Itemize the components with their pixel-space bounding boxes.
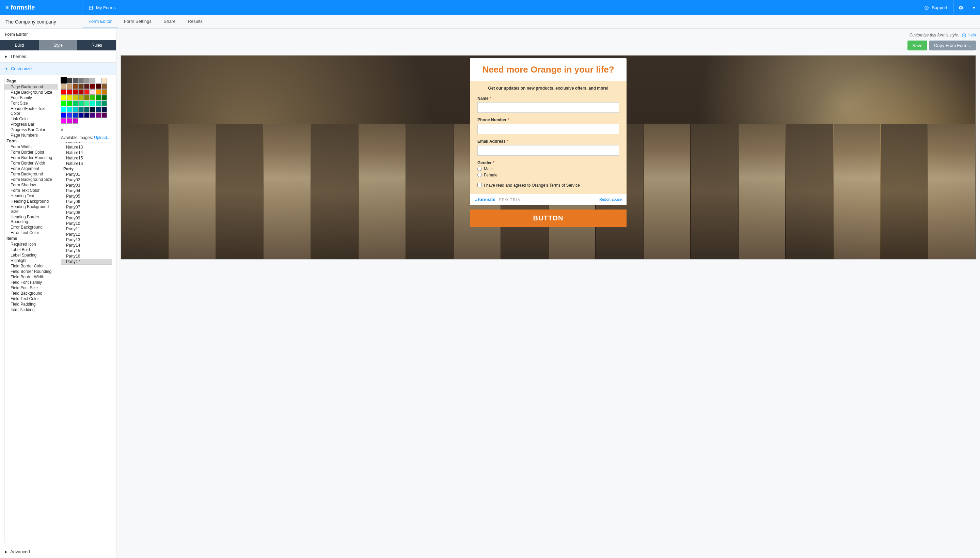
prop-item[interactable]: Highlight	[5, 258, 58, 263]
color-swatch[interactable]	[61, 107, 66, 112]
prop-item[interactable]: Heading Background	[5, 199, 58, 204]
prop-item[interactable]: Field Text Color	[5, 296, 58, 302]
tab-results[interactable]: Results	[182, 15, 209, 28]
color-swatch[interactable]	[90, 101, 95, 106]
color-swatch[interactable]	[101, 107, 107, 112]
color-swatch[interactable]	[96, 89, 101, 95]
help-link[interactable]: ? Help	[962, 33, 976, 38]
user-menu[interactable]	[954, 0, 968, 15]
sidebar-tab-rules[interactable]: Rules	[77, 40, 116, 51]
color-swatch[interactable]	[61, 84, 66, 89]
prop-item[interactable]: Page Background Size	[5, 90, 58, 95]
support-link[interactable]: ? Support	[918, 0, 954, 15]
upload-link[interactable]: Upload...	[94, 135, 110, 140]
color-swatch[interactable]	[96, 107, 101, 112]
image-item[interactable]: Party10	[61, 221, 112, 226]
color-swatch[interactable]	[84, 95, 90, 100]
prop-item[interactable]: Font Size	[5, 100, 58, 106]
accordion-customize[interactable]: ▼Customize	[0, 63, 116, 75]
color-swatch[interactable]	[84, 84, 90, 89]
prop-item[interactable]: Form Alignment	[5, 166, 58, 171]
image-item[interactable]: Party08	[61, 210, 112, 215]
color-swatch[interactable]	[67, 89, 72, 95]
color-swatch[interactable]	[79, 112, 84, 118]
image-item[interactable]: Party02	[61, 177, 112, 182]
prop-item[interactable]: Form Text Color	[5, 188, 58, 193]
save-button[interactable]: Save	[908, 41, 927, 51]
color-swatch[interactable]	[101, 84, 107, 89]
color-swatch[interactable]	[72, 95, 78, 100]
prop-item[interactable]: Label Bold	[5, 247, 58, 253]
image-item[interactable]: Party12	[61, 231, 112, 237]
prop-item[interactable]: Heading Border Rounding	[5, 214, 58, 225]
color-swatch[interactable]	[61, 101, 66, 106]
report-abuse-link[interactable]: Report abuse	[599, 197, 622, 201]
gender-option-female[interactable]: Female	[478, 173, 619, 177]
color-swatch[interactable]	[84, 101, 90, 106]
prop-item[interactable]: Heading Background Size	[5, 204, 58, 214]
image-list[interactable]: Nature09Nature10Nature11Nature12Nature13…	[61, 142, 112, 265]
color-swatch[interactable]	[90, 89, 95, 95]
color-swatch[interactable]	[84, 89, 90, 95]
tab-form-settings[interactable]: Form Settings	[118, 15, 158, 28]
color-swatch[interactable]	[67, 95, 72, 100]
image-item[interactable]: Party04	[61, 188, 112, 194]
color-swatch[interactable]	[61, 89, 66, 95]
image-item[interactable]: Nature14	[61, 150, 112, 155]
prop-item[interactable]: Page Background	[5, 84, 58, 90]
sidebar-tab-style[interactable]: Style	[39, 40, 78, 51]
prop-item[interactable]: Required Icon	[5, 241, 58, 247]
color-swatch[interactable]	[72, 84, 78, 89]
color-swatch[interactable]	[101, 112, 107, 118]
image-item[interactable]: Party16	[61, 253, 112, 259]
prop-item[interactable]: Label Spacing	[5, 253, 58, 258]
color-swatch[interactable]	[84, 107, 90, 112]
color-swatch[interactable]	[84, 112, 90, 118]
prop-item[interactable]: Field Border Color	[5, 263, 58, 269]
accordion-themes[interactable]: ▶Themes	[0, 51, 116, 63]
color-swatch[interactable]	[72, 112, 78, 118]
prop-item[interactable]: Progress Bar Color	[5, 127, 58, 133]
copy-from-form-button[interactable]: Copy From Form...	[929, 41, 976, 51]
color-swatch[interactable]	[90, 84, 95, 89]
color-swatch[interactable]	[90, 107, 95, 112]
image-item[interactable]: Party17	[61, 259, 112, 264]
color-swatch[interactable]	[67, 107, 72, 112]
image-item[interactable]: Nature13	[61, 144, 112, 150]
image-item[interactable]: Nature15	[61, 155, 112, 161]
color-swatch[interactable]	[101, 95, 107, 100]
color-swatch[interactable]	[67, 84, 72, 89]
color-swatch[interactable]	[79, 107, 84, 112]
color-swatch[interactable]	[67, 118, 72, 124]
prop-item[interactable]: Error Background	[5, 225, 58, 230]
user-menu-caret[interactable]: ▾	[968, 0, 980, 15]
color-swatch[interactable]	[101, 101, 107, 106]
color-swatch[interactable]	[96, 101, 101, 106]
my-forms-link[interactable]: My Forms	[82, 0, 122, 15]
radio-female[interactable]	[478, 173, 482, 177]
color-swatch[interactable]	[79, 95, 84, 100]
prop-item[interactable]: Field Padding	[5, 302, 58, 307]
image-item[interactable]: Party07	[61, 204, 112, 210]
color-swatch[interactable]	[79, 78, 84, 83]
color-swatch[interactable]	[72, 89, 78, 95]
prop-item[interactable]: Page Numbers	[5, 133, 58, 138]
color-swatch[interactable]	[90, 95, 95, 100]
color-swatch[interactable]	[72, 78, 78, 83]
color-swatch[interactable]	[72, 101, 78, 106]
radio-male[interactable]	[478, 167, 482, 171]
image-item[interactable]: Party09	[61, 215, 112, 221]
color-swatch[interactable]	[72, 107, 78, 112]
color-swatch[interactable]	[96, 95, 101, 100]
image-item[interactable]: Party13	[61, 237, 112, 243]
color-swatch[interactable]	[101, 89, 107, 95]
sidebar-tab-build[interactable]: Build	[0, 40, 39, 51]
image-item[interactable]: Party11	[61, 226, 112, 231]
image-item[interactable]: Party15	[61, 248, 112, 253]
prop-item[interactable]: Form Border Width	[5, 161, 58, 166]
email-input[interactable]	[478, 145, 619, 156]
prop-item[interactable]: Form Background	[5, 171, 58, 177]
color-swatch[interactable]	[79, 89, 84, 95]
image-item[interactable]: Party14	[61, 243, 112, 248]
prop-item[interactable]: Link Color	[5, 116, 58, 121]
